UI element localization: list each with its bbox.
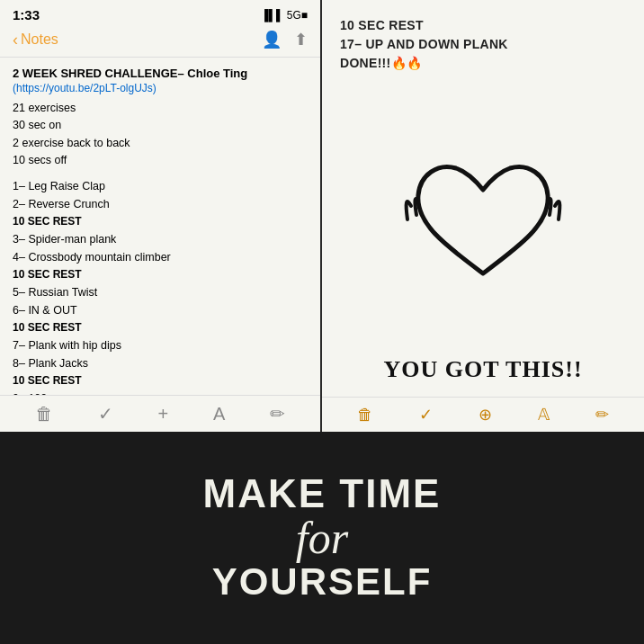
- rest-line: 17– UP AND DOWN PLANK: [340, 35, 626, 54]
- notes-meta: 21 exercises 30 sec on 2 exercise back t…: [13, 100, 308, 170]
- list-item: 3– Spider-man plank: [13, 230, 308, 248]
- check-icon[interactable]: ✓: [98, 403, 113, 425]
- right-plus-icon[interactable]: ⊕: [479, 405, 492, 425]
- plus-icon[interactable]: +: [157, 404, 168, 425]
- list-item: 6– IN & OUT: [13, 301, 308, 319]
- motivation-text: YOU GOT THIS!!: [322, 352, 644, 397]
- edit-icon[interactable]: ✏: [270, 403, 285, 425]
- right-edit-icon[interactable]: ✏: [595, 405, 609, 425]
- rest-line: 10 SEC REST: [340, 16, 626, 35]
- rest-line: DONE!!!🔥🔥: [340, 54, 626, 73]
- list-item: 10 SEC REST: [13, 213, 308, 230]
- notes-navigation: ‹ Notes 👤 ⬆: [0, 26, 320, 58]
- exercise-list: 1– Leg Raise Clap2– Reverse Crunch10 SEC…: [13, 177, 308, 396]
- share-icon[interactable]: ⬆: [294, 30, 308, 49]
- add-person-icon[interactable]: 👤: [262, 30, 282, 49]
- make-time-line2: for: [296, 515, 348, 560]
- make-time-line3: YOURSELF: [212, 560, 433, 604]
- right-trash-icon[interactable]: 🗑: [357, 406, 373, 425]
- right-top-content: 10 SEC REST17– UP AND DOWN PLANKDONE!!!🔥…: [322, 0, 644, 73]
- left-toolbar: 🗑 ✓ + A ✏: [0, 395, 320, 432]
- list-item: 4– Crossbody mountain climber: [13, 248, 308, 266]
- heart-image: [393, 143, 573, 287]
- list-item: 10 SEC REST: [13, 319, 308, 336]
- list-item: 8– Plank Jacks: [13, 354, 308, 372]
- right-check-icon[interactable]: ✓: [419, 405, 433, 425]
- status-icons: ▐▌▌ 5G■: [261, 9, 308, 22]
- right-toolbar: 🗑 ✓ ⊕ 𝔸 ✏: [322, 397, 644, 432]
- left-panel: 1:33 ▐▌▌ 5G■ ‹ Notes 👤 ⬆ 2 WEEK SHRED CH…: [0, 0, 322, 432]
- notes-content: 2 WEEK SHRED CHALLENGE– Chloe Ting (http…: [0, 58, 320, 395]
- meta-line-4: 10 secs off: [13, 152, 308, 169]
- meta-line-3: 2 exercise back to back: [13, 135, 308, 152]
- list-item: 10 SEC REST: [13, 266, 308, 283]
- bottom-panel: MAKE TIME for YOURSELF: [0, 432, 644, 644]
- back-button[interactable]: ‹ Notes: [13, 31, 58, 49]
- back-label: Notes: [21, 31, 58, 48]
- list-item: 7– Plank with hip dips: [13, 336, 308, 354]
- make-time-line1: MAKE TIME: [203, 472, 442, 515]
- trash-icon[interactable]: 🗑: [35, 404, 53, 425]
- meta-line-2: 30 sec on: [13, 117, 308, 134]
- right-panel: 10 SEC REST17– UP AND DOWN PLANKDONE!!!🔥…: [322, 0, 644, 432]
- status-bar: 1:33 ▐▌▌ 5G■: [0, 0, 320, 26]
- heart-drawing: [322, 73, 644, 352]
- list-item: 10 SEC REST: [13, 372, 308, 389]
- list-item: 1– Leg Raise Clap: [13, 177, 308, 195]
- list-item: 2– Reverse Crunch: [13, 195, 308, 213]
- list-item: 5– Russian Twist: [13, 283, 308, 301]
- status-time: 1:33: [13, 7, 40, 22]
- signal-icon: ▐▌▌ 5G■: [261, 9, 308, 22]
- notes-link[interactable]: (https://youtu.be/2pLT-olgUJs): [13, 82, 308, 94]
- right-font-icon[interactable]: 𝔸: [538, 405, 550, 425]
- chevron-left-icon: ‹: [13, 31, 18, 49]
- nav-actions: 👤 ⬆: [262, 30, 308, 49]
- rest-text: 10 SEC REST17– UP AND DOWN PLANKDONE!!!🔥…: [340, 16, 626, 73]
- font-icon[interactable]: A: [213, 404, 225, 425]
- meta-line-1: 21 exercises: [13, 100, 308, 117]
- notes-title: 2 WEEK SHRED CHALLENGE– Chloe Ting: [13, 67, 308, 80]
